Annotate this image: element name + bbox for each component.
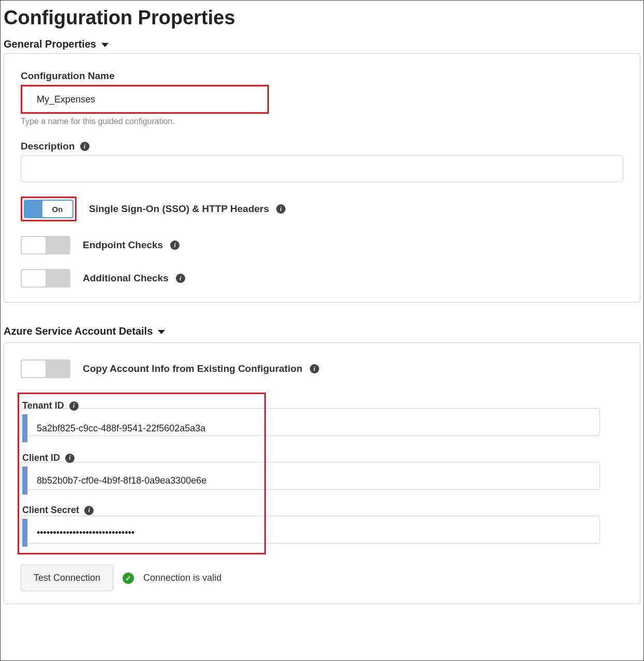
toggle-knob [22, 270, 46, 287]
toggle-knob [22, 360, 46, 377]
configuration-name-highlight [21, 85, 269, 114]
info-icon[interactable]: i [65, 454, 74, 463]
check-circle-icon: ✓ [123, 573, 134, 584]
test-connection-button[interactable]: Test Connection [21, 565, 113, 591]
configuration-name-input[interactable] [22, 86, 267, 112]
panel-azure: Copy Account Info from Existing Configur… [4, 342, 640, 604]
copy-account-toggle-label: Copy Account Info from Existing Configur… [83, 363, 303, 374]
section-header-azure-label: Azure Service Account Details [4, 325, 153, 337]
sso-toggle[interactable]: On [24, 200, 73, 218]
azure-fields-highlight: Tenant ID i 5a2bf825-c9cc-488f-9541-22f5… [18, 393, 266, 554]
configuration-name-label-text: Configuration Name [21, 70, 115, 82]
info-icon[interactable]: i [276, 204, 286, 214]
section-header-azure[interactable]: Azure Service Account Details [4, 325, 640, 337]
info-icon[interactable]: i [170, 241, 179, 250]
connection-status-text: Connection is valid [143, 573, 221, 583]
endpoint-toggle[interactable] [21, 236, 70, 254]
section-header-general[interactable]: General Properties [4, 38, 640, 50]
toggle-knob-on: On [42, 201, 72, 217]
tenant-id-input[interactable]: 5a2bf825-c9cc-488f-9541-22f5602a5a3a [22, 414, 258, 442]
sso-toggle-label: Single Sign-On (SSO) & HTTP Headers [89, 203, 269, 215]
client-secret-label: Client Secret [22, 505, 79, 516]
sso-toggle-highlight: On [21, 197, 77, 221]
tenant-id-label: Tenant ID [22, 400, 64, 411]
section-header-general-label: General Properties [4, 38, 96, 50]
client-secret-input[interactable]: •••••••••••••••••••••••••••••• [22, 519, 258, 547]
caret-down-icon [158, 330, 165, 334]
page-title: Configuration Properties [4, 7, 640, 29]
additional-toggle[interactable] [21, 269, 70, 288]
caret-down-icon [101, 43, 109, 47]
toggle-knob [22, 237, 46, 253]
configuration-name-helper: Type a name for this guided configuratio… [21, 117, 623, 126]
additional-toggle-label: Additional Checks [83, 273, 169, 284]
info-icon[interactable]: i [310, 364, 319, 373]
description-input[interactable] [21, 155, 623, 182]
info-icon[interactable]: i [84, 506, 94, 515]
client-id-input[interactable]: 8b52b0b7-cf0e-4b9f-8f18-0a9ea3300e6e [22, 467, 258, 494]
copy-account-toggle[interactable] [21, 359, 70, 378]
description-label-text: Description [21, 141, 75, 152]
panel-general: Configuration Name Type a name for this … [4, 53, 640, 303]
info-icon[interactable]: i [80, 142, 89, 151]
description-label: Description i [21, 141, 623, 152]
configuration-name-label: Configuration Name [21, 70, 623, 82]
client-id-label: Client ID [22, 453, 60, 463]
info-icon[interactable]: i [176, 274, 185, 283]
info-icon[interactable]: i [69, 401, 79, 411]
endpoint-toggle-label: Endpoint Checks [83, 239, 163, 251]
